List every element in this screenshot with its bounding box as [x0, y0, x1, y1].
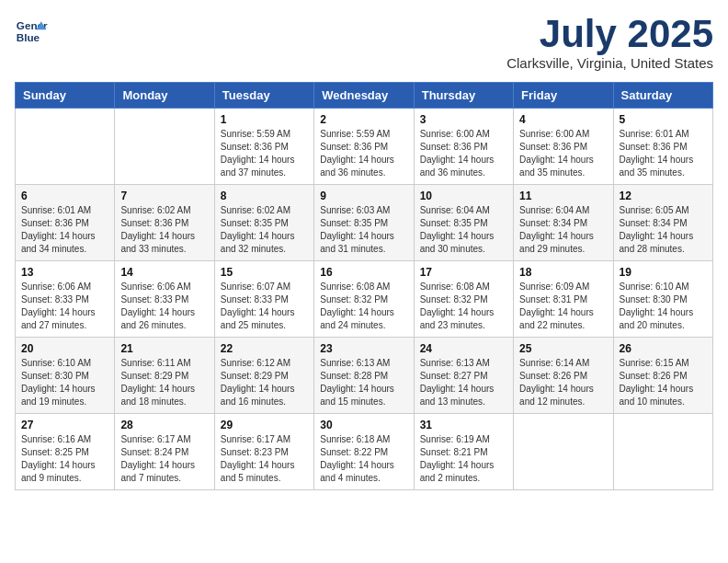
day-number: 28 — [120, 419, 208, 431]
day-number: 20 — [21, 342, 108, 355]
day-number: 21 — [120, 342, 208, 355]
month-title: July 2025 — [506, 15, 713, 53]
day-number: 3 — [420, 113, 507, 126]
day-cell: 2Sunrise: 5:59 AM Sunset: 8:36 PM Daylig… — [314, 109, 414, 185]
day-cell: 3Sunrise: 6:00 AM Sunset: 8:36 PM Daylig… — [414, 109, 513, 185]
day-info: Sunrise: 6:04 AM Sunset: 8:34 PM Dayligh… — [519, 204, 607, 256]
day-number: 1 — [221, 113, 308, 126]
day-info: Sunrise: 6:05 AM Sunset: 8:34 PM Dayligh… — [620, 204, 707, 256]
day-number: 22 — [221, 342, 308, 355]
day-number: 31 — [420, 419, 507, 431]
title-block: July 2025 Clarksville, Virginia, United … — [506, 15, 713, 71]
page-header: General Blue July 2025 Clarksville, Virg… — [15, 15, 713, 71]
day-cell: 7Sunrise: 6:02 AM Sunset: 8:36 PM Daylig… — [115, 185, 214, 261]
day-cell: 28Sunrise: 6:17 AM Sunset: 8:24 PM Dayli… — [115, 414, 214, 490]
header-monday: Monday — [115, 83, 214, 109]
day-number: 25 — [519, 342, 607, 355]
day-info: Sunrise: 6:08 AM Sunset: 8:32 PM Dayligh… — [420, 281, 507, 332]
week-row-3: 13Sunrise: 6:06 AM Sunset: 8:33 PM Dayli… — [16, 261, 713, 338]
header-sunday: Sunday — [16, 83, 115, 109]
day-number: 15 — [221, 266, 308, 279]
day-info: Sunrise: 6:13 AM Sunset: 8:28 PM Dayligh… — [320, 357, 407, 408]
day-cell: 16Sunrise: 6:08 AM Sunset: 8:32 PM Dayli… — [314, 261, 414, 338]
day-info: Sunrise: 6:09 AM Sunset: 8:31 PM Dayligh… — [519, 281, 607, 332]
day-number: 30 — [320, 419, 407, 431]
day-number: 11 — [519, 190, 607, 202]
calendar-table: SundayMondayTuesdayWednesdayThursdayFrid… — [15, 82, 713, 490]
header-friday: Friday — [514, 83, 613, 109]
day-cell: 15Sunrise: 6:07 AM Sunset: 8:33 PM Dayli… — [214, 261, 313, 338]
day-info: Sunrise: 6:02 AM Sunset: 8:36 PM Dayligh… — [120, 204, 208, 256]
day-info: Sunrise: 6:10 AM Sunset: 8:30 PM Dayligh… — [21, 357, 108, 408]
day-cell: 14Sunrise: 6:06 AM Sunset: 8:33 PM Dayli… — [115, 261, 214, 338]
header-tuesday: Tuesday — [214, 83, 313, 109]
day-cell: 18Sunrise: 6:09 AM Sunset: 8:31 PM Dayli… — [514, 261, 613, 338]
day-number: 24 — [420, 342, 507, 355]
day-cell: 4Sunrise: 6:00 AM Sunset: 8:36 PM Daylig… — [514, 109, 613, 185]
day-cell: 6Sunrise: 6:01 AM Sunset: 8:36 PM Daylig… — [16, 185, 115, 261]
logo: General Blue — [15, 15, 48, 48]
day-number: 23 — [320, 342, 407, 355]
day-info: Sunrise: 6:17 AM Sunset: 8:23 PM Dayligh… — [221, 433, 308, 485]
day-info: Sunrise: 6:10 AM Sunset: 8:30 PM Dayligh… — [620, 281, 707, 332]
day-cell: 9Sunrise: 6:03 AM Sunset: 8:35 PM Daylig… — [314, 185, 414, 261]
svg-text:Blue: Blue — [17, 31, 40, 43]
day-info: Sunrise: 6:13 AM Sunset: 8:27 PM Dayligh… — [420, 357, 507, 408]
day-cell: 31Sunrise: 6:19 AM Sunset: 8:21 PM Dayli… — [414, 414, 513, 490]
day-info: Sunrise: 6:18 AM Sunset: 8:22 PM Dayligh… — [320, 433, 407, 485]
day-number: 14 — [120, 266, 208, 279]
day-number: 8 — [221, 190, 308, 202]
week-row-4: 20Sunrise: 6:10 AM Sunset: 8:30 PM Dayli… — [16, 338, 713, 414]
header-wednesday: Wednesday — [314, 83, 414, 109]
day-info: Sunrise: 5:59 AM Sunset: 8:36 PM Dayligh… — [320, 128, 407, 179]
day-cell: 19Sunrise: 6:10 AM Sunset: 8:30 PM Dayli… — [613, 261, 712, 338]
week-row-5: 27Sunrise: 6:16 AM Sunset: 8:25 PM Dayli… — [16, 414, 713, 490]
header-thursday: Thursday — [414, 83, 513, 109]
day-number: 6 — [21, 190, 108, 202]
day-info: Sunrise: 6:16 AM Sunset: 8:25 PM Dayligh… — [21, 433, 108, 485]
day-info: Sunrise: 6:04 AM Sunset: 8:35 PM Dayligh… — [420, 204, 507, 256]
day-info: Sunrise: 6:11 AM Sunset: 8:29 PM Dayligh… — [120, 357, 208, 408]
day-info: Sunrise: 6:17 AM Sunset: 8:24 PM Dayligh… — [120, 433, 208, 485]
day-cell: 17Sunrise: 6:08 AM Sunset: 8:32 PM Dayli… — [414, 261, 513, 338]
day-number: 18 — [519, 266, 607, 279]
day-info: Sunrise: 6:06 AM Sunset: 8:33 PM Dayligh… — [120, 281, 208, 332]
day-number: 12 — [620, 190, 707, 202]
logo-icon: General Blue — [15, 15, 48, 48]
day-cell: 20Sunrise: 6:10 AM Sunset: 8:30 PM Dayli… — [16, 338, 115, 414]
day-cell: 5Sunrise: 6:01 AM Sunset: 8:36 PM Daylig… — [613, 109, 712, 185]
day-number: 16 — [320, 266, 407, 279]
day-cell: 24Sunrise: 6:13 AM Sunset: 8:27 PM Dayli… — [414, 338, 513, 414]
day-cell: 12Sunrise: 6:05 AM Sunset: 8:34 PM Dayli… — [613, 185, 712, 261]
day-cell: 27Sunrise: 6:16 AM Sunset: 8:25 PM Dayli… — [16, 414, 115, 490]
day-number: 27 — [21, 419, 108, 431]
day-number: 7 — [120, 190, 208, 202]
day-cell: 13Sunrise: 6:06 AM Sunset: 8:33 PM Dayli… — [16, 261, 115, 338]
day-info: Sunrise: 6:14 AM Sunset: 8:26 PM Dayligh… — [519, 357, 607, 408]
day-info: Sunrise: 6:00 AM Sunset: 8:36 PM Dayligh… — [519, 128, 607, 179]
header-saturday: Saturday — [613, 83, 712, 109]
day-cell — [115, 109, 214, 185]
day-number: 9 — [320, 190, 407, 202]
day-number: 17 — [420, 266, 507, 279]
day-cell: 25Sunrise: 6:14 AM Sunset: 8:26 PM Dayli… — [514, 338, 613, 414]
day-number: 10 — [420, 190, 507, 202]
day-cell: 8Sunrise: 6:02 AM Sunset: 8:35 PM Daylig… — [214, 185, 313, 261]
day-number: 13 — [21, 266, 108, 279]
day-info: Sunrise: 6:15 AM Sunset: 8:26 PM Dayligh… — [620, 357, 707, 408]
day-cell — [16, 109, 115, 185]
day-info: Sunrise: 6:01 AM Sunset: 8:36 PM Dayligh… — [620, 128, 707, 179]
calendar-header-row: SundayMondayTuesdayWednesdayThursdayFrid… — [16, 83, 713, 109]
location: Clarksville, Virginia, United States — [506, 55, 713, 71]
day-info: Sunrise: 6:12 AM Sunset: 8:29 PM Dayligh… — [221, 357, 308, 408]
day-number: 2 — [320, 113, 407, 126]
day-cell — [514, 414, 613, 490]
day-info: Sunrise: 6:19 AM Sunset: 8:21 PM Dayligh… — [420, 433, 507, 485]
day-cell: 23Sunrise: 6:13 AM Sunset: 8:28 PM Dayli… — [314, 338, 414, 414]
day-cell: 22Sunrise: 6:12 AM Sunset: 8:29 PM Dayli… — [214, 338, 313, 414]
day-number: 29 — [221, 419, 308, 431]
day-info: Sunrise: 6:08 AM Sunset: 8:32 PM Dayligh… — [320, 281, 407, 332]
day-cell: 1Sunrise: 5:59 AM Sunset: 8:36 PM Daylig… — [214, 109, 313, 185]
day-info: Sunrise: 6:01 AM Sunset: 8:36 PM Dayligh… — [21, 204, 108, 256]
week-row-1: 1Sunrise: 5:59 AM Sunset: 8:36 PM Daylig… — [16, 109, 713, 185]
